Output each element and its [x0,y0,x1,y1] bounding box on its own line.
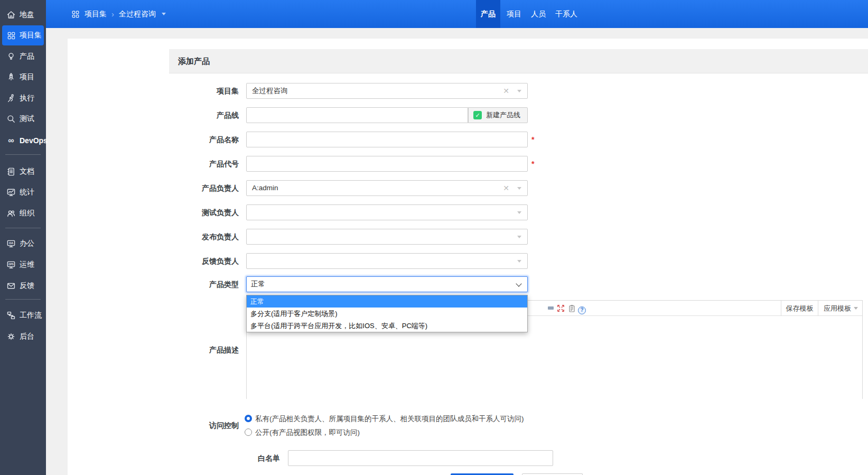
workflow-icon [6,311,16,320]
tab-project[interactable]: 项目 [502,0,526,28]
checkbox-checked-icon[interactable]: ✓ [473,111,482,119]
product-type-dropdown: 正常 多分支(适用于客户定制场景) 多平台(适用于跨平台应用开发，比如IOS、安… [246,295,528,332]
sidebar-divider [5,299,41,300]
sidebar-item-label: 后台 [20,332,34,341]
clear-icon[interactable]: ✕ [503,83,509,98]
sidebar-item-program[interactable]: 项目集 [2,25,44,45]
field-label-test-owner: 测试负责人 [194,204,239,220]
dropdown-option-normal[interactable]: 正常 [247,295,527,308]
sidebar-item-admin[interactable]: 后台 [0,327,46,347]
field-label-program: 项目集 [194,83,239,99]
product-name-input[interactable] [246,132,528,147]
sidebar-item-label: 反馈 [20,281,34,291]
save-template-button[interactable]: 保存模板 [781,301,818,316]
sidebar-item-feedback[interactable]: 反馈 [0,276,46,296]
chevron-down-icon [854,307,858,310]
program-value: 全过程咨询 [252,87,288,95]
chevron-down-icon[interactable] [517,236,521,238]
chevron-down-icon[interactable] [517,260,521,263]
sidebar-item-devops[interactable]: ∞ DevOps [0,131,46,151]
chevron-down-icon[interactable] [517,211,521,214]
toolbar-media-icon[interactable] [548,306,554,310]
form-title: 添加产品 [169,49,868,73]
field-label-product-owner: 产品负责人 [194,180,239,196]
sidebar-item-label: DevOps [20,136,48,145]
chevron-down-icon[interactable] [517,90,521,92]
grid-icon [6,31,16,40]
select-chevron-icon [516,281,521,286]
clear-icon[interactable]: ✕ [503,181,509,195]
field-label-product-code: 产品代号 [194,156,239,172]
dropdown-option-multiplatform[interactable]: 多平台(适用于跨平台应用开发，比如IOS、安卓、PC端等) [247,320,527,332]
home-icon [6,10,16,20]
radio-public[interactable] [245,429,252,436]
product-owner-value: A:admin [252,184,278,192]
sidebar-item-statistics[interactable]: 统计 [0,182,46,202]
whitelist-input[interactable] [288,450,553,466]
sidebar-item-workflow[interactable]: 工作流 [0,305,46,325]
radio-public-label[interactable]: 公开(有产品视图权限，即可访问) [255,429,360,437]
required-asterisk: * [531,160,534,168]
top-navbar: 项目集 › 全过程咨询 产品 项目 人员 干系人 [46,0,868,28]
save-template-label: 保存模板 [786,304,814,313]
field-label-product-type: 产品类型 [194,276,239,292]
sidebar-item-label: 文档 [20,167,34,176]
dropdown-option-multibranch[interactable]: 多分支(适用于客户定制场景) [247,308,527,320]
sidebar-item-label: 工作流 [20,311,42,320]
apply-template-button[interactable]: 应用模板 [818,301,863,316]
chevron-down-icon[interactable] [517,187,521,190]
sidebar-item-dashboard[interactable]: 地盘 [0,5,46,25]
sidebar-item-ops[interactable]: OPS 运维 [0,255,46,275]
paste-icon[interactable] [568,304,576,314]
sidebar-item-testing[interactable]: 测试 [0,109,46,129]
sidebar-item-office[interactable]: OA 办公 [0,234,46,254]
sidebar-item-label: 组织 [20,209,34,218]
sidebar-item-product[interactable]: 产品 [0,46,46,67]
field-label-acl: 访问控制 [194,417,239,433]
tab-personnel[interactable]: 人员 [526,0,550,28]
app-window: 项目集 › 全过程咨询 产品 项目 人员 干系人 地盘 项目集 产品 项目 执行 [0,0,868,475]
sidebar-item-docs[interactable]: 文档 [0,162,46,182]
field-label-whitelist: 白名单 [236,450,280,466]
svg-text:OPS: OPS [8,263,14,266]
sidebar-item-label: 执行 [20,94,34,103]
sidebar-divider [5,154,41,155]
sidebar-item-label: 项目 [20,72,34,82]
radio-private-label[interactable]: 私有(产品相关负责人、所属项目集的干系人、相关联项目的团队成员和干系人可访问) [255,415,524,423]
fullscreen-icon[interactable] [557,304,565,314]
sidebar-item-project[interactable]: 项目 [0,67,46,87]
release-owner-picker[interactable] [246,229,528,245]
product-type-select[interactable]: 正常 [246,276,528,292]
chart-monitor-icon [6,188,16,197]
new-product-line-toggle[interactable]: ✓ 新建产品线 [468,107,528,123]
field-label-feedback-owner: 反馈负责人 [194,253,239,269]
breadcrumb: 项目集 › 全过程咨询 [71,0,166,28]
product-owner-picker[interactable]: A:admin ✕ [246,180,528,196]
test-owner-picker[interactable] [246,204,528,220]
help-icon[interactable]: ? [578,304,586,314]
breadcrumb-current[interactable]: 全过程咨询 [119,10,156,19]
gear-icon [6,332,16,341]
program-picker[interactable]: 全过程咨询 ✕ [246,83,528,99]
sidebar-item-organization[interactable]: 组织 [0,203,46,223]
lightbulb-icon [6,52,16,61]
tab-product[interactable]: 产品 [476,0,500,28]
breadcrumb-dropdown-caret-icon[interactable] [162,13,166,15]
sidebar-item-execution[interactable]: 执行 [0,88,46,108]
sidebar-item-label: 地盘 [20,10,34,20]
tab-stakeholder[interactable]: 干系人 [550,0,582,28]
rocket-icon [6,72,16,82]
infinity-icon: ∞ [6,136,16,145]
product-line-input[interactable] [246,107,468,123]
product-code-input[interactable] [246,156,528,172]
users-icon [6,209,16,218]
breadcrumb-root[interactable]: 项目集 [85,10,107,19]
required-asterisk: * [531,135,534,144]
radio-private[interactable] [245,415,252,422]
sidebar-item-label: 产品 [20,52,34,61]
product-type-value: 正常 [251,280,265,288]
sidebar-item-label: 运维 [20,260,34,269]
grid-icon [71,10,80,18]
field-label-description: 产品描述 [194,342,239,358]
feedback-owner-picker[interactable] [246,253,528,269]
